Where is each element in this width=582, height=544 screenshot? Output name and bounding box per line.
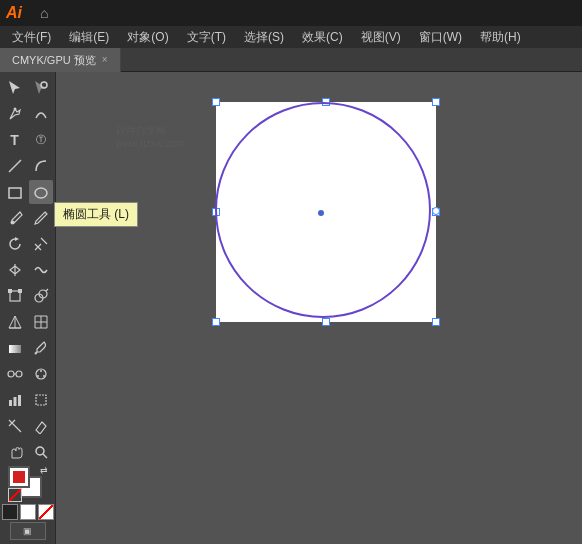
mesh-tool[interactable] <box>29 310 53 334</box>
shape-builder-tool[interactable] <box>29 284 53 308</box>
svg-rect-3 <box>9 188 21 198</box>
swap-colors-icon[interactable]: ⇄ <box>40 466 48 475</box>
gradient-tool-row <box>0 336 55 360</box>
svg-point-25 <box>36 447 44 455</box>
menu-bar: 文件(F) 编辑(E) 对象(O) 文字(T) 选择(S) 效果(C) 视图(V… <box>0 26 582 48</box>
screen-mode-tools: ▣ <box>10 522 46 542</box>
slice-tool[interactable] <box>3 414 27 438</box>
eraser-tool[interactable] <box>29 414 53 438</box>
brush-tool-row <box>0 206 55 230</box>
eyedropper-tool[interactable] <box>29 336 53 360</box>
menu-view[interactable]: 视图(V) <box>353 26 409 48</box>
pen-tool-row <box>0 102 55 126</box>
fill-color <box>13 471 25 483</box>
color-area: ⇄ ▣ <box>2 466 54 544</box>
watermark: 软件自学网 www.rjzxw.com <box>116 124 184 149</box>
symbol-spray-tool[interactable] <box>29 362 53 386</box>
screen-mode-button[interactable]: ▣ <box>10 522 46 540</box>
scale-tool[interactable] <box>29 232 53 256</box>
svg-rect-22 <box>13 397 16 406</box>
warp-tool[interactable] <box>29 258 53 282</box>
svg-point-14 <box>8 371 14 377</box>
svg-line-26 <box>43 454 47 458</box>
touch-type-tool[interactable]: Ⓣ <box>29 128 53 152</box>
svg-point-4 <box>35 188 47 198</box>
rectangle-tool[interactable] <box>3 180 27 204</box>
tab-close-button[interactable]: × <box>102 48 108 72</box>
color-mode[interactable] <box>2 504 18 520</box>
menu-object[interactable]: 对象(O) <box>119 26 176 48</box>
ai-logo: Ai <box>6 4 34 22</box>
title-bar: Ai ⌂ <box>0 0 582 26</box>
column-graph-tool[interactable] <box>3 388 27 412</box>
line-segment-tool[interactable] <box>3 154 27 178</box>
ellipse-shape[interactable] <box>211 97 446 337</box>
freetransform-tool-row <box>0 284 55 308</box>
tab-bar: CMYK/GPU 预览 × <box>0 48 582 72</box>
width-tool-row <box>0 258 55 282</box>
fill-stroke-indicator[interactable]: ⇄ <box>8 466 48 502</box>
none-color-icon[interactable] <box>8 488 22 502</box>
curvature-tool[interactable] <box>29 102 53 126</box>
color-mode-icons <box>2 504 54 520</box>
home-icon[interactable]: ⌂ <box>40 5 48 21</box>
svg-point-1 <box>13 108 16 111</box>
svg-point-5 <box>10 221 14 225</box>
perspective-tool-row <box>0 310 55 334</box>
selection-tool[interactable] <box>3 76 27 100</box>
watermark-text: 软件自学网 <box>116 124 184 138</box>
ellipse-center-point <box>318 210 324 216</box>
svg-rect-23 <box>18 395 21 406</box>
svg-rect-24 <box>36 395 46 405</box>
svg-rect-12 <box>9 345 21 353</box>
arc-tool[interactable] <box>29 154 53 178</box>
menu-text[interactable]: 文字(T) <box>179 26 234 48</box>
menu-help[interactable]: 帮助(H) <box>472 26 529 48</box>
svg-rect-21 <box>9 400 12 406</box>
ellipse-tool[interactable] <box>29 180 53 204</box>
svg-point-15 <box>16 371 22 377</box>
canvas-area[interactable]: 软件自学网 www.rjzxw.com <box>56 72 582 544</box>
svg-point-19 <box>37 375 39 377</box>
main-content: T Ⓣ <box>0 72 582 544</box>
svg-rect-7 <box>8 289 12 293</box>
menu-select[interactable]: 选择(S) <box>236 26 292 48</box>
svg-point-20 <box>43 375 45 377</box>
selection-tool-row <box>0 76 55 100</box>
line-tool-row <box>0 154 55 178</box>
zoom-tool[interactable] <box>29 440 53 464</box>
perspective-grid-tool[interactable] <box>3 310 27 334</box>
free-transform-tool[interactable] <box>3 284 27 308</box>
pen-tool[interactable] <box>3 102 27 126</box>
pencil-tool[interactable] <box>29 206 53 230</box>
menu-edit[interactable]: 编辑(E) <box>61 26 117 48</box>
width-tool[interactable] <box>3 258 27 282</box>
graph-tool-row <box>0 388 55 412</box>
menu-window[interactable]: 窗口(W) <box>411 26 470 48</box>
svg-rect-8 <box>18 289 22 293</box>
text-tool[interactable]: T <box>3 128 27 152</box>
menu-effect[interactable]: 效果(C) <box>294 26 351 48</box>
direct-selection-tool[interactable] <box>29 76 53 100</box>
hand-tool[interactable] <box>3 440 27 464</box>
blend-tool-row <box>0 362 55 386</box>
paintbrush-tool[interactable] <box>3 206 27 230</box>
active-tab[interactable]: CMYK/GPU 预览 × <box>0 48 121 72</box>
rotate-tool[interactable] <box>3 232 27 256</box>
toolbar: T Ⓣ <box>0 72 56 544</box>
blend-tool[interactable] <box>3 362 27 386</box>
artboard-tool[interactable] <box>29 388 53 412</box>
ellipse-radius-handle[interactable] <box>432 207 440 215</box>
svg-point-18 <box>40 370 42 372</box>
menu-file[interactable]: 文件(F) <box>4 26 59 48</box>
gradient-tool[interactable] <box>3 336 27 360</box>
text-tool-row: T Ⓣ <box>0 128 55 152</box>
gradient-mode[interactable] <box>20 504 36 520</box>
watermark-subtext: www.rjzxw.com <box>116 138 184 149</box>
fill-box[interactable] <box>8 466 30 488</box>
slice-tool-row <box>0 414 55 438</box>
svg-line-13 <box>35 352 37 354</box>
tab-label: CMYK/GPU 预览 <box>12 48 96 72</box>
shape-tool-row <box>0 180 55 204</box>
none-mode[interactable] <box>38 504 54 520</box>
